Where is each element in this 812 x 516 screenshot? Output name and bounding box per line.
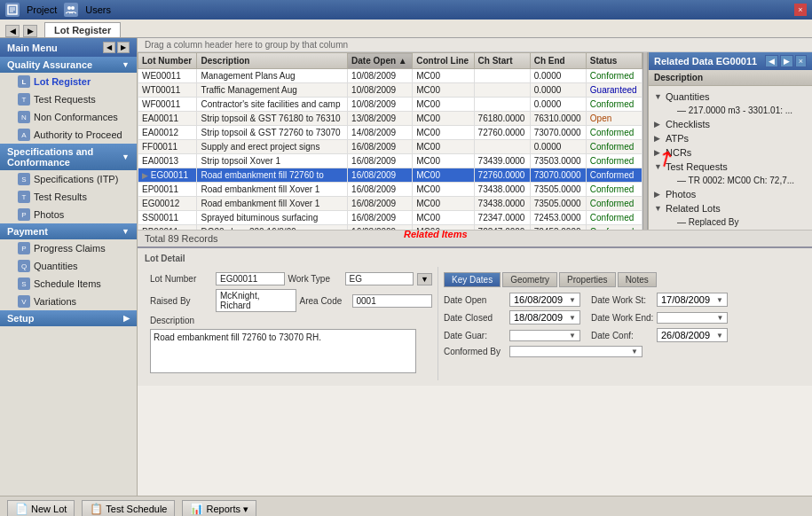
tree-leaf-qty-item[interactable]: — 217.0000 m3 - 3301.01: ... — [659, 104, 812, 117]
table-row[interactable]: WE00011Management Plans Aug10/08/2009MC0… — [138, 69, 643, 83]
project-label[interactable]: Project — [27, 4, 57, 15]
work-type-value[interactable]: EG — [345, 272, 414, 285]
sidebar-header: Main Menu ◀ ▶ — [0, 38, 137, 57]
table-row[interactable]: EA00013Strip topsoil Xover 116/08/2009MC… — [138, 154, 643, 168]
sidebar-item-variations[interactable]: V Variations — [0, 293, 137, 310]
qa-header[interactable]: Quality Assurance ▼ — [0, 57, 137, 73]
col-date-open[interactable]: Date Open ▲ — [348, 53, 413, 69]
date-guar-dropdown[interactable]: ▼ — [569, 332, 576, 340]
tree-expand-quantities[interactable]: ▼ — [654, 92, 663, 101]
tree-expand-related-lots[interactable]: ▼ — [654, 204, 663, 213]
tree-node-label-atps[interactable]: ▶ATPs — [649, 131, 812, 145]
date-conf-dropdown[interactable]: ▼ — [716, 332, 723, 340]
right-panel-close[interactable]: × — [795, 55, 807, 67]
col-ch-end[interactable]: Ch End — [530, 53, 586, 69]
main-area: Main Menu ◀ ▶ Quality Assurance ▼ L Lot … — [0, 38, 812, 496]
date-work-st-value[interactable]: 17/08/2009 ▼ — [657, 293, 728, 307]
sidebar-item-progress-claims[interactable]: P Progress Claims — [0, 239, 137, 257]
tree-children-related-lots: — Replaced By— Replaces— Parent of— Subl… — [649, 215, 812, 230]
date-work-end-value[interactable]: ▼ — [657, 312, 728, 324]
desc-label-row: Description — [150, 316, 432, 325]
tab-notes[interactable]: Notes — [618, 272, 657, 287]
tree-node-label-related-lots[interactable]: ▼Related Lots — [649, 201, 812, 215]
right-panel-prev[interactable]: ◀ — [765, 55, 778, 67]
sidebar-item-test-requests[interactable]: T Test Requests — [0, 90, 137, 108]
sidebar-item-photos[interactable]: P Photos — [0, 206, 137, 223]
col-ch-start[interactable]: Ch Start — [474, 53, 530, 69]
tree-node-label-checklists[interactable]: ▶Checklists — [649, 117, 812, 131]
table-cell: 0.0000 — [530, 69, 586, 83]
raised-by-value[interactable]: McKnight, Richard — [216, 289, 296, 312]
sidebar-item-authority[interactable]: A Authority to Proceed — [0, 126, 137, 144]
tab-properties[interactable]: Properties — [559, 272, 616, 287]
tab-lot-register[interactable]: Lot Register — [44, 22, 121, 37]
users-label[interactable]: Users — [85, 4, 111, 15]
tree-node-label-test-requests[interactable]: ▼Test Requests — [649, 160, 812, 174]
reports-button[interactable]: 📊 Reports ▾ — [182, 500, 256, 516]
area-code-value[interactable]: 0001 — [352, 294, 433, 308]
new-lot-button[interactable]: 📄 New Lot — [7, 500, 75, 516]
table-row[interactable]: SS00011Sprayed bituminous surfacing16/08… — [138, 211, 643, 225]
test-schedule-button[interactable]: 📋 Test Schedule — [82, 500, 175, 516]
lot-number-value[interactable]: EG00011 — [216, 272, 285, 285]
sidebar-nav-forward[interactable]: ▶ — [117, 42, 130, 53]
table-row[interactable]: EA00012Strip topsoil & GST 72760 to 7307… — [138, 126, 643, 140]
tree-node-label-photos[interactable]: ▶Photos — [649, 187, 812, 201]
conformed-by-dropdown[interactable]: ▼ — [631, 348, 638, 356]
conformed-by-value[interactable]: ▼ — [509, 346, 643, 357]
tree-node-label-ncrs[interactable]: ▶NCRs — [649, 145, 812, 160]
payment-header[interactable]: Payment ▼ — [0, 223, 137, 239]
date-conf-value[interactable]: 26/08/2009 ▼ — [657, 328, 728, 342]
sidebar-item-test-results[interactable]: T Test Results — [0, 188, 137, 206]
table-row[interactable]: EA00011Strip topsoil & GST 76180 to 7631… — [138, 112, 643, 126]
sidebar-nav-back[interactable]: ◀ — [103, 42, 115, 53]
date-open-dropdown[interactable]: ▼ — [569, 296, 576, 304]
tree-label-text: NCRs — [666, 147, 691, 158]
sidebar-item-quantities[interactable]: Q Quantities — [0, 257, 137, 275]
tab-geometry[interactable]: Geometry — [502, 272, 557, 287]
table-row[interactable]: EG00012Road embankment fill Xover 116/08… — [138, 197, 643, 211]
date-closed-dropdown[interactable]: ▼ — [569, 314, 576, 322]
tree-expand-ncrs[interactable]: ▶ — [654, 148, 663, 157]
description-textarea[interactable] — [150, 329, 416, 373]
col-description[interactable]: Description — [197, 53, 348, 69]
sidebar-item-specs-itp[interactable]: S Specifications (ITP) — [0, 170, 137, 188]
table-row[interactable]: ▶ EG00011Road embankment fill 72760 to16… — [138, 168, 643, 183]
table-row[interactable]: EP00011Road embankment fill Xover 116/08… — [138, 183, 643, 197]
spec-header[interactable]: Specifications and Conformance ▼ — [0, 144, 137, 170]
right-panel-controls: ◀ ▶ × — [765, 55, 807, 67]
tree-node-label-quantities[interactable]: ▼Quantities — [649, 90, 812, 104]
lot-table: Lot Number Description Date Open ▲ Contr… — [138, 52, 643, 230]
lot-grid[interactable]: Lot Number Description Date Open ▲ Contr… — [138, 52, 643, 230]
col-control-line[interactable]: Control Line — [413, 53, 474, 69]
tree-leaf-replaced-by[interactable]: — Replaced By — [659, 215, 812, 229]
date-closed-value[interactable]: 18/08/2009 ▼ — [509, 310, 580, 324]
table-row[interactable]: WT00011Traffic Management Aug10/08/2009M… — [138, 83, 643, 98]
sidebar-item-non-conformances[interactable]: N Non Conformances — [0, 108, 137, 126]
date-conf-label: Date Conf: — [591, 331, 653, 340]
table-row[interactable]: WF00011Contractor's site facilities and … — [138, 98, 643, 112]
tree-expand-atps[interactable]: ▶ — [654, 134, 663, 143]
tree-expand-checklists[interactable]: ▶ — [654, 120, 663, 129]
tab-key-dates[interactable]: Key Dates — [444, 272, 501, 287]
tree-expand-photos[interactable]: ▶ — [654, 190, 663, 199]
sidebar-item-schedule-items[interactable]: S Schedule Items — [0, 275, 137, 293]
nav-forward[interactable]: ▶ — [23, 25, 37, 37]
table-row[interactable]: FF00011Supply and erect project signs16/… — [138, 140, 643, 154]
tree-leaf-tr-item[interactable]: — TR 0002: MC00 Ch: 72,7... — [659, 174, 812, 187]
right-panel-next[interactable]: ▶ — [780, 55, 793, 67]
work-type-dropdown[interactable]: ▼ — [417, 273, 432, 285]
date-work-end-dropdown[interactable]: ▼ — [716, 314, 723, 322]
date-work-st-dropdown[interactable]: ▼ — [716, 296, 723, 304]
col-status[interactable]: Status — [586, 53, 642, 69]
nav-back[interactable]: ◀ — [5, 25, 20, 37]
tree-expand-test-requests[interactable]: ▼ — [654, 162, 663, 171]
main-menu-label: Main Menu — [7, 43, 58, 53]
date-open-value[interactable]: 16/08/2009 ▼ — [509, 293, 580, 307]
new-lot-label: New Lot — [31, 504, 67, 514]
date-guar-value[interactable]: ▼ — [509, 330, 580, 341]
col-lot-number[interactable]: Lot Number — [138, 53, 197, 69]
setup-header[interactable]: Setup ▶ — [0, 310, 137, 326]
close-button[interactable]: × — [794, 4, 807, 16]
sidebar-item-lot-register[interactable]: L Lot Register — [0, 73, 137, 90]
